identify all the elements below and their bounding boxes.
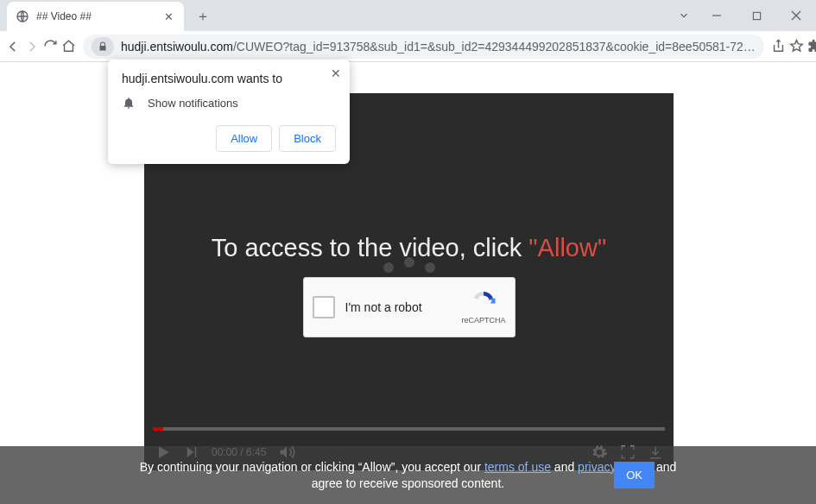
home-button[interactable] [61,35,76,59]
progress-bar[interactable] [153,427,665,431]
url-text: hudji.entsiwoulu.com/CUWEO?tag_id=913758… [121,40,756,54]
bookmark-icon[interactable] [789,35,804,59]
loading-dots [383,262,435,273]
browser-toolbar: hudji.entsiwoulu.com/CUWEO?tag_id=913758… [0,31,816,62]
overlay-allow-word: "Allow" [528,234,606,261]
url-host: hudji.entsiwoulu.com [121,40,233,54]
cookie-consent-bar: By continuing your navigation or clickin… [0,446,816,504]
terms-link[interactable]: terms of use [484,460,551,474]
close-tab-icon[interactable]: ✕ [161,9,175,23]
recaptcha-brand: reCAPTCHA [461,316,505,324]
address-bar[interactable]: hudji.entsiwoulu.com/CUWEO?tag_id=913758… [83,35,764,59]
browser-tab[interactable]: ## Video ## ✕ [7,2,184,31]
block-button[interactable]: Block [279,125,336,152]
allow-button[interactable]: Allow [216,125,272,152]
permission-label: Show notifications [148,97,238,110]
page-content: To access to the video, click "Allow" I'… [0,62,816,504]
overlay-pre: To access to the video, click [212,234,529,261]
share-icon[interactable] [771,35,786,59]
bell-icon [122,96,136,110]
cookie-ok-button[interactable]: OK [614,462,655,488]
minimize-button[interactable] [697,3,737,28]
maximize-button[interactable] [737,3,776,28]
recaptcha-checkbox[interactable] [313,296,335,318]
globe-icon [16,9,29,23]
notification-permission-prompt: ✕ hudji.entsiwoulu.com wants to Show not… [108,60,350,164]
forward-button[interactable] [24,35,40,59]
back-button[interactable] [5,35,21,59]
close-icon[interactable]: ✕ [331,66,341,80]
close-window-button[interactable] [776,3,816,28]
url-path: /CUWEO?tag_id=913758&sub_id1=&sub_id2=42… [233,40,756,54]
recaptcha-widget: I'm not a robot reCAPTCHA [303,277,516,337]
permission-origin: hudji.entsiwoulu.com wants to [122,72,336,85]
window-controls [671,0,816,31]
new-tab-button[interactable]: ＋ [191,4,215,28]
recaptcha-logo: reCAPTCHA [461,290,505,324]
recaptcha-label: I'm not a robot [345,300,462,314]
tab-title: ## Video ## [36,10,155,22]
svg-rect-2 [753,12,760,19]
chevron-down-icon[interactable] [671,3,697,28]
reload-button[interactable] [43,35,58,59]
browser-titlebar: ## Video ## ✕ ＋ [0,0,816,31]
lock-icon[interactable] [92,37,114,56]
extensions-icon[interactable] [807,35,816,59]
cookie-text: By continuing your navigation or clickin… [140,459,677,492]
